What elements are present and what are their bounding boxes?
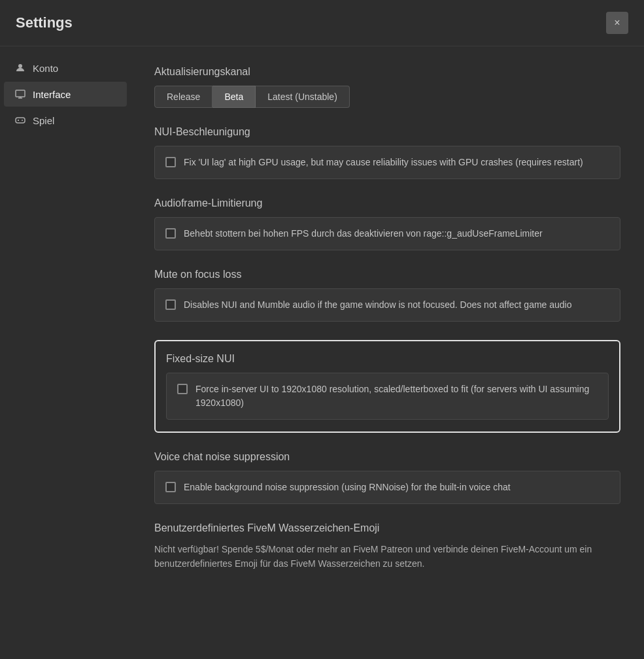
tab-release[interactable]: Release bbox=[154, 86, 212, 108]
fixed-nui-option-text: Force in-server UI to 1920x1080 resoluti… bbox=[195, 382, 598, 410]
monitor-icon bbox=[14, 88, 26, 100]
nui-checkbox[interactable] bbox=[165, 157, 176, 167]
fixed-size-nui-container: ➡ Fixed-size NUI Force in-server UI to 1… bbox=[154, 340, 620, 451]
sidebar-item-konto[interactable]: Konto bbox=[4, 56, 127, 80]
section-title-voice: Voice chat noise suppression bbox=[154, 451, 620, 463]
section-title-audioframe: Audioframe-Limitierung bbox=[154, 197, 620, 209]
voice-checkbox[interactable] bbox=[165, 482, 176, 492]
sidebar-item-interface[interactable]: Interface bbox=[4, 82, 127, 107]
main-layout: Konto Interface bbox=[0, 46, 644, 659]
section-title-mute: Mute on focus loss bbox=[154, 269, 620, 280]
update-channel-tabs: Release Beta Latest (Unstable) bbox=[154, 86, 620, 108]
close-button[interactable]: × bbox=[606, 12, 628, 34]
mute-checkbox[interactable] bbox=[165, 299, 176, 310]
svg-rect-4 bbox=[16, 118, 25, 123]
section-title-custom-emoji: Benutzerdefiniertes FiveM Wasserzeichen-… bbox=[154, 522, 620, 534]
window-title: Settings bbox=[16, 14, 73, 31]
tab-beta[interactable]: Beta bbox=[212, 86, 256, 108]
mute-option-text: Disables NUI and Mumble audio if the gam… bbox=[184, 298, 572, 312]
audioframe-checkbox[interactable] bbox=[165, 228, 176, 239]
section-title-fixed-nui: Fixed-size NUI bbox=[166, 353, 609, 365]
sidebar-interface-label: Interface bbox=[33, 89, 71, 100]
nui-option-text: Fix 'UI lag' at high GPU usage, but may … bbox=[184, 156, 583, 169]
section-custom-emoji: Benutzerdefiniertes FiveM Wasserzeichen-… bbox=[154, 522, 620, 571]
section-audioframe: Audioframe-Limitierung Behebt stottern b… bbox=[154, 197, 620, 250]
tab-latest-unstable[interactable]: Latest (Unstable) bbox=[256, 86, 350, 108]
svg-point-7 bbox=[22, 120, 23, 121]
section-fixed-size-nui: Fixed-size NUI Force in-server UI to 192… bbox=[154, 340, 620, 433]
sidebar-konto-label: Konto bbox=[33, 63, 58, 74]
fixed-nui-checkbox[interactable] bbox=[177, 384, 188, 394]
svg-rect-1 bbox=[16, 90, 25, 97]
sidebar: Konto Interface bbox=[0, 46, 131, 659]
svg-point-0 bbox=[18, 64, 22, 68]
section-mute-focus: Mute on focus loss Disables NUI and Mumb… bbox=[154, 269, 620, 322]
section-nui-beschleunigung: NUI-Beschleunigung Fix 'UI lag' at high … bbox=[154, 126, 620, 179]
section-aktualisierungskanal: Aktualisierungskanal Release Beta Latest… bbox=[154, 66, 620, 108]
gamepad-icon bbox=[14, 114, 26, 126]
header: Settings × bbox=[0, 0, 644, 46]
nui-option-box: Fix 'UI lag' at high GPU usage, but may … bbox=[154, 146, 620, 179]
person-icon bbox=[14, 62, 26, 74]
fixed-nui-option-box: Force in-server UI to 1920x1080 resoluti… bbox=[166, 373, 609, 420]
audioframe-option-text: Behebt stottern bei hohen FPS durch das … bbox=[184, 227, 543, 241]
content-area: Aktualisierungskanal Release Beta Latest… bbox=[131, 46, 644, 659]
voice-option-box: Enable background noise suppression (usi… bbox=[154, 471, 620, 504]
sidebar-item-spiel[interactable]: Spiel bbox=[4, 108, 127, 133]
section-title-aktualisierungskanal: Aktualisierungskanal bbox=[154, 66, 620, 78]
voice-option-text: Enable background noise suppression (usi… bbox=[184, 481, 511, 494]
settings-window: Settings × Konto bbox=[0, 0, 644, 659]
custom-emoji-description: Nicht verfügbar! Spende 5$/Monat oder me… bbox=[154, 542, 620, 571]
mute-option-box: Disables NUI and Mumble audio if the gam… bbox=[154, 288, 620, 322]
section-title-nui: NUI-Beschleunigung bbox=[154, 126, 620, 138]
section-voice-suppression: Voice chat noise suppression Enable back… bbox=[154, 451, 620, 504]
audioframe-option-box: Behebt stottern bei hohen FPS durch das … bbox=[154, 217, 620, 250]
sidebar-spiel-label: Spiel bbox=[33, 115, 54, 126]
